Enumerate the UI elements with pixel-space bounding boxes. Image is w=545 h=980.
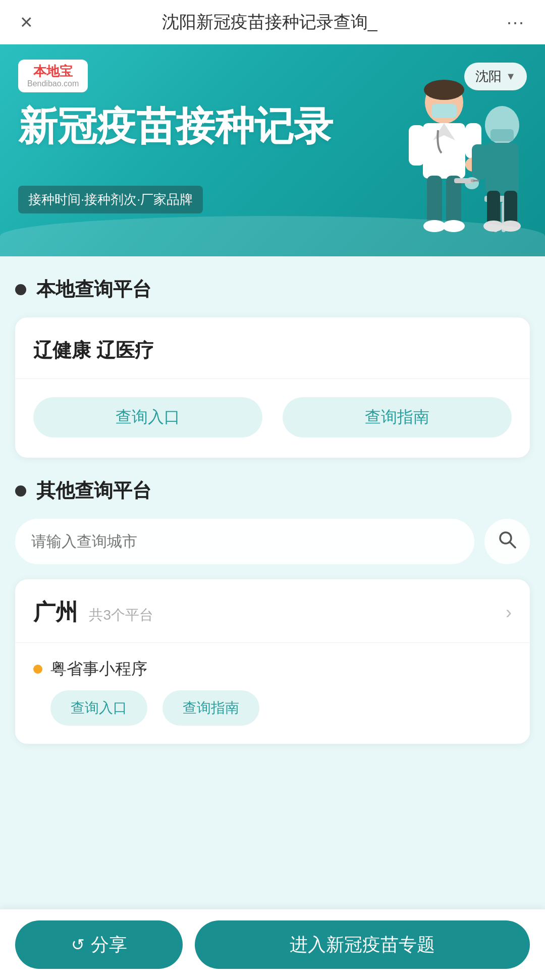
svg-rect-20 <box>454 178 473 183</box>
search-icon <box>497 529 517 554</box>
svg-line-28 <box>510 542 515 548</box>
vaccine-topic-button[interactable]: 进入新冠疫苗专题 <box>195 920 530 969</box>
search-input-wrapper[interactable] <box>15 519 474 564</box>
other-platform-header: 其他查询平台 <box>15 478 530 504</box>
section-dot-local <box>15 284 26 295</box>
share-label: 分享 <box>91 933 127 957</box>
share-icon: ↺ <box>71 935 85 954</box>
svg-rect-8 <box>427 176 442 226</box>
section-dot-other <box>15 485 26 497</box>
logo-sub-text: Bendibao.com <box>27 79 79 88</box>
chevron-right-icon: › <box>506 602 512 623</box>
banner: 本地宝 Bendibao.com 沈阳 ▼ 新冠疫苗接种记录 接种时间·接种剂次… <box>0 44 545 256</box>
banner-title: 新冠疫苗接种记录 <box>18 105 333 148</box>
svg-point-1 <box>424 80 464 100</box>
result-city-row[interactable]: 广州 共3个平台 › <box>33 597 512 627</box>
svg-rect-17 <box>485 143 519 193</box>
local-platform-title: 本地查询平台 <box>36 277 151 302</box>
platform-button-group: 查询入口 查询指南 <box>33 690 512 726</box>
svg-rect-18 <box>472 144 487 180</box>
result-divider <box>15 642 530 643</box>
more-button[interactable]: ··· <box>507 12 525 33</box>
city-search-input[interactable] <box>31 533 458 550</box>
page-title: 沈阳新冠疫苗接种记录查询_ <box>33 11 507 34</box>
bottom-bar: ↺ 分享 进入新冠疫苗专题 <box>0 909 545 980</box>
platform-name: 辽健康 辽医疗 <box>33 338 512 363</box>
banner-wave-decoration <box>0 216 545 256</box>
local-platform-header: 本地查询平台 <box>15 277 530 302</box>
brand-logo: 本地宝 Bendibao.com <box>18 60 88 92</box>
share-button[interactable]: ↺ 分享 <box>15 920 183 969</box>
result-city-name: 广州 <box>33 600 78 624</box>
card-divider <box>15 378 530 379</box>
close-button[interactable]: × <box>20 12 33 33</box>
other-platform-title: 其他查询平台 <box>36 478 151 504</box>
result-city-group: 广州 共3个平台 <box>33 597 153 627</box>
result-card: 广州 共3个平台 › 粤省事小程序 查询入口 查询指南 <box>15 579 530 744</box>
query-entry-button[interactable]: 查询入口 <box>33 397 262 438</box>
logo-main-text: 本地宝 <box>33 64 73 79</box>
result-platform-count: 共3个平台 <box>89 607 153 623</box>
main-content: 本地查询平台 辽健康 辽医疗 查询入口 查询指南 其他查询平台 <box>0 256 545 963</box>
platform-dot-icon <box>33 665 42 674</box>
svg-rect-2 <box>431 104 457 118</box>
query-guide-button[interactable]: 查询指南 <box>283 397 512 438</box>
platform-item-name: 粤省事小程序 <box>50 658 147 680</box>
platform-name-row: 粤省事小程序 <box>33 658 512 680</box>
svg-rect-5 <box>409 125 425 166</box>
platform-query-entry-button[interactable]: 查询入口 <box>50 690 147 726</box>
banner-subtitle: 接种时间·接种剂次·厂家品牌 <box>18 186 203 213</box>
platform-item: 粤省事小程序 查询入口 查询指南 <box>33 658 512 744</box>
svg-rect-16 <box>490 129 514 141</box>
platform-query-guide-button[interactable]: 查询指南 <box>162 690 259 726</box>
search-row <box>15 519 530 564</box>
card-button-group: 查询入口 查询指南 <box>33 397 512 438</box>
top-bar: × 沈阳新冠疫苗接种记录查询_ ··· <box>0 0 545 44</box>
search-button[interactable] <box>484 519 530 564</box>
local-platform-card: 辽健康 辽医疗 查询入口 查询指南 <box>15 317 530 458</box>
